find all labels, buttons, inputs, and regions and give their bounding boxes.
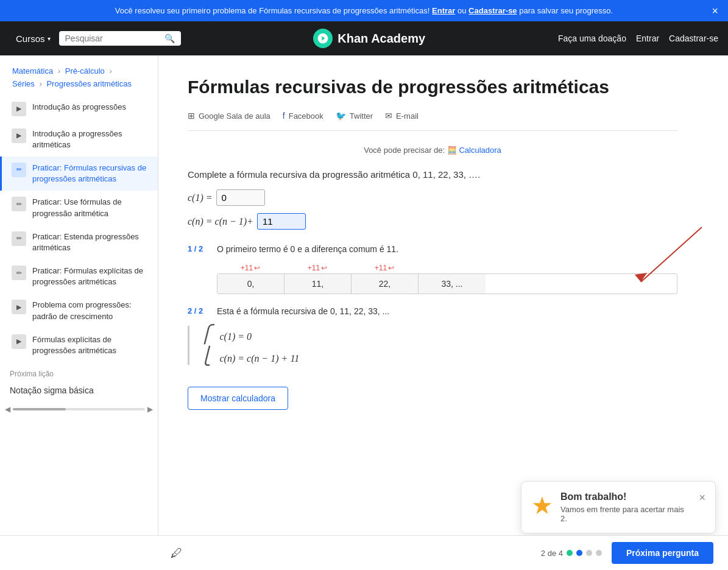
formula-line1-text: c(1) = 0: [219, 331, 252, 342]
tools-text: Você pode precisar de:: [364, 146, 445, 155]
email-button[interactable]: ✉ E-mail: [385, 111, 419, 121]
google-label: Google Sala de aula: [199, 111, 270, 121]
sidebar-item-label-1: Introdução às progressões: [32, 102, 126, 113]
sep1: ›: [58, 66, 60, 76]
sidebar-item-intro-progressoes[interactable]: ▶ Introdução às progressões: [0, 96, 158, 122]
arrow1-label: +11: [241, 264, 253, 272]
donate-link[interactable]: Faça uma doação: [558, 33, 626, 43]
nav-right: Faça uma doação Entrar Cadastrar-se: [558, 33, 718, 43]
banner-text-middle: ou: [458, 6, 466, 15]
formula1-input[interactable]: [216, 189, 265, 206]
facebook-icon: f: [283, 111, 285, 121]
formula-box-line1: ⎧ c(1) = 0: [199, 326, 677, 343]
arrow3-curve-icon: ↩: [388, 264, 394, 272]
sidebar-item-label-8: Fórmulas explícitas de progressões aritm…: [32, 334, 148, 356]
facebook-label: Facebook: [289, 111, 323, 121]
breadcrumb: Matemática › Pré-cálculo › Séries › Prog…: [0, 55, 158, 96]
sidebar-item-problema[interactable]: ▶ Problema com progressões: padrão de cr…: [0, 294, 158, 328]
practice-icon-5: ✏: [12, 231, 26, 246]
facebook-button[interactable]: f Facebook: [283, 111, 323, 121]
bottom-bar: 🖊 2 de 4 Próxima pergunta: [0, 535, 728, 570]
arrow3-label: +11: [375, 264, 387, 272]
show-calculator-button[interactable]: Mostrar calculadora: [188, 387, 288, 410]
practice-icon-3: ✏: [12, 163, 26, 177]
register-link[interactable]: Cadastrar-se: [669, 33, 718, 43]
arrow2: +11 ↩: [284, 264, 351, 272]
breadcrumb-precalc[interactable]: Pré-cálculo: [65, 66, 105, 76]
seq-cell-22: 22,: [352, 274, 419, 294]
scroll-track: [13, 408, 145, 410]
video-icon-1: ▶: [12, 102, 26, 116]
next-lesson-label: Próxima lição: [10, 370, 54, 378]
sidebar-scrollbar: ◀ ▶: [0, 403, 158, 416]
site-logo[interactable]: Khan Academy: [313, 29, 425, 48]
courses-button[interactable]: Cursos ▾: [10, 29, 57, 49]
email-icon: ✉: [385, 111, 392, 121]
problem-text-content: Complete a fórmula recursiva da progress…: [188, 169, 410, 180]
banner-login-link[interactable]: Entrar: [432, 6, 455, 15]
next-lesson-section: Próxima lição: [0, 362, 158, 383]
seq-cell-0: 0,: [217, 274, 284, 294]
red-arrow-svg: [592, 221, 726, 300]
sidebar-item-intro-aritmeticas[interactable]: ▶ Introdução a progressões aritméticas: [0, 122, 158, 157]
sidebar-item-formulas-explicitas[interactable]: ▶ Fórmulas explícitas de progressões ari…: [0, 328, 158, 362]
practice-icon-6: ✏: [12, 266, 26, 280]
breadcrumb-math[interactable]: Matemática: [12, 66, 53, 76]
banner-close-button[interactable]: ×: [712, 4, 718, 17]
practice-icon-4: ✏: [12, 197, 26, 211]
sidebar-item-label-2: Introdução a progressões aritméticas: [32, 128, 148, 150]
google-classroom-button[interactable]: ⊞ Google Sala de aula: [188, 111, 270, 121]
toast-message: Vamos em frente para acertar mais 2.: [560, 505, 691, 523]
courses-label: Cursos: [16, 33, 45, 44]
toast-close-button[interactable]: ×: [699, 491, 705, 504]
courses-chevron-icon: ▾: [48, 35, 51, 42]
twitter-icon: 🐦: [336, 111, 346, 121]
toast-star-icon: ★: [531, 491, 553, 519]
scroll-right-icon[interactable]: ▶: [147, 405, 153, 413]
top-banner: Você resolveu seu primeiro problema de F…: [0, 0, 728, 21]
search-input[interactable]: [65, 33, 161, 43]
formula-box-line2: ⎩ c(n) = c(n − 1) + 11: [199, 348, 677, 365]
sidebar-item-label-5: Praticar: Estenda progressões aritmética…: [32, 231, 148, 253]
sidebar-item-label-3: Praticar: Fórmulas recursivas de progres…: [32, 163, 148, 185]
sequence-visualization: +11 ↩ +11 ↩ +11 ↩ 0, 11, 22, 33, ...: [188, 264, 677, 294]
formula2-input[interactable]: [257, 213, 306, 230]
sep3: ›: [39, 79, 41, 88]
search-bar: 🔍: [59, 31, 181, 46]
video-icon-2: ▶: [12, 128, 26, 143]
seq-cell-11: 11,: [284, 274, 352, 294]
nav-center: Khan Academy: [186, 29, 553, 48]
share-bar: ⊞ Google Sala de aula f Facebook 🐦 Twitt…: [188, 111, 677, 131]
logo-icon: [313, 29, 333, 48]
search-icon[interactable]: 🔍: [164, 33, 175, 43]
video-icon-8: ▶: [12, 334, 26, 349]
scroll-thumb: [13, 408, 66, 410]
sidebar-item-estenda[interactable]: ✏ Praticar: Estenda progressões aritméti…: [0, 225, 158, 259]
step2-text: Esta é a fórmula recursiva de 0, 11, 22,…: [217, 306, 389, 316]
breadcrumb-progressions[interactable]: Progressões aritméticas: [46, 79, 131, 88]
login-link[interactable]: Entrar: [636, 33, 659, 43]
sidebar-item-label-7: Problema com progressões: padrão de cres…: [32, 300, 148, 322]
sidebar: Matemática › Pré-cálculo › Séries › Prog…: [0, 55, 158, 570]
twitter-button[interactable]: 🐦 Twitter: [336, 111, 373, 121]
dot-3: [586, 550, 592, 556]
step1-num: 1 / 2: [188, 244, 207, 253]
step1-text: O primeiro termo é 0 e a diferença comum…: [217, 244, 398, 254]
next-lesson-title[interactable]: Notação sigma básica: [0, 383, 158, 403]
calculator-link[interactable]: Calculadora: [459, 146, 501, 155]
banner-text-after: para salvar seu progresso.: [519, 6, 613, 15]
sidebar-item-explicitas[interactable]: ✏ Praticar: Fórmulas explícitas de progr…: [0, 259, 158, 294]
arrow3: +11 ↩: [351, 264, 418, 272]
toast-content: Bom trabalho! Vamos em frente para acert…: [560, 491, 691, 523]
sidebar-item-use-formulas[interactable]: ✏ Praticar: Use fórmulas de progressão a…: [0, 191, 158, 225]
dot-1: [567, 550, 573, 556]
next-question-button[interactable]: Próxima pergunta: [612, 542, 713, 564]
banner-register-link[interactable]: Cadastrar-se: [468, 6, 517, 15]
seq-cell-33: 33, ...: [419, 274, 486, 294]
nav-left: Cursos ▾ 🔍: [10, 29, 181, 49]
problem-text: Complete a fórmula recursiva da progress…: [188, 169, 677, 180]
sidebar-item-praticar-formulas[interactable]: ✏ Praticar: Fórmulas recursivas de progr…: [0, 157, 158, 191]
breadcrumb-series[interactable]: Séries: [12, 79, 35, 88]
main-navigation: Cursos ▾ 🔍 Khan Academy Faça uma doação …: [0, 21, 728, 55]
scroll-left-icon[interactable]: ◀: [5, 405, 10, 413]
